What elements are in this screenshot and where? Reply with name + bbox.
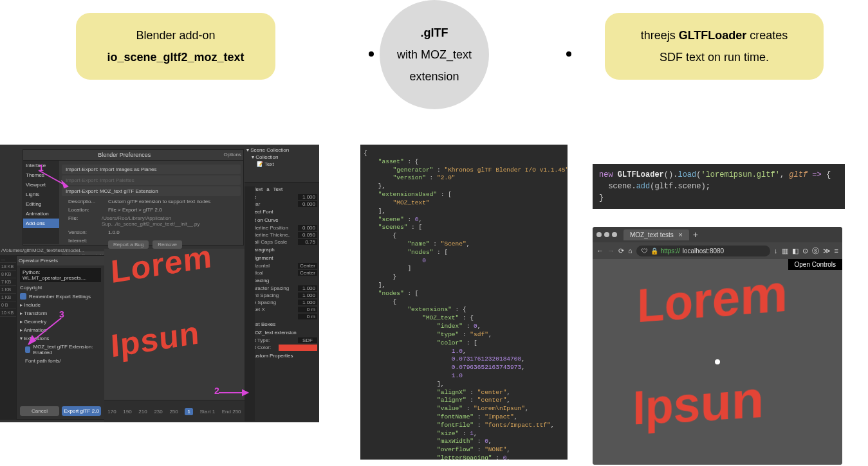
threejs-code: new GLTFLoader().load('loremipsun.gltf',… (593, 164, 845, 209)
cancel-button[interactable]: Cancel (20, 406, 59, 416)
browser-address-bar: ← → ⟳ ⌂ 🛡 🔒 https://localhost:8080 ↓ ▥ ◧… (593, 242, 842, 259)
prefs-tab-editing[interactable]: Editing (23, 199, 59, 209)
new-tab-icon[interactable]: + (693, 229, 698, 240)
svg-marker-5 (243, 390, 248, 395)
tab-title: MOZ_text tests (630, 231, 674, 238)
threejs-badge-line2: SDF text on run time. (623, 46, 806, 68)
browser-window: MOZ_text tests × + ← → ⟳ ⌂ 🛡 🔒 https://l… (593, 227, 842, 465)
viewport-ipsun: Ipsun (110, 314, 201, 364)
report-bug-button[interactable]: Report a Bug (108, 240, 149, 249)
prefs-tab-lights[interactable]: Lights (23, 190, 59, 199)
svg-marker-3 (29, 336, 35, 344)
blender-badge: Blender add-on io_scene_gltf2_moz_text (76, 13, 275, 80)
export-gltf-button[interactable]: Export glTF 2.0 (62, 406, 101, 416)
options-label: Options (223, 152, 241, 157)
prefs-tab-addons[interactable]: Add-ons (23, 219, 59, 228)
gltf-badge-line1: .glTF (421, 22, 448, 44)
browser-tab[interactable]: MOZ_text tests × (623, 229, 689, 240)
properties-tab-icons[interactable] (245, 186, 255, 421)
blender-preferences-window: Blender Preferences Options Interface Th… (23, 149, 244, 246)
text-color-swatch[interactable] (279, 345, 317, 351)
browser-viewport[interactable]: Open Controls Lorem Ipsun (593, 259, 842, 465)
remember-export-check[interactable]: Remember Export Settings (20, 292, 101, 301)
menu-icon[interactable]: ≫ (823, 247, 831, 255)
python-preset-field[interactable]: Python: WL.MT_operator_presets.... (20, 268, 101, 282)
gltf-badge-line2: with MOZ_text (397, 44, 472, 66)
open-controls-button[interactable]: Open Controls (788, 259, 842, 270)
center-indicator-icon (715, 359, 720, 364)
prefs-title: Blender Preferences (98, 152, 151, 158)
account-icon[interactable]: ⊙ (802, 247, 808, 255)
gltf-badge: .glTF with MOZ_text extension (380, 0, 489, 109)
library-icon[interactable]: ▥ (782, 247, 788, 255)
render-ipsun: Ipsun (633, 368, 764, 436)
addon-item-moz-text[interactable]: Import-Export: MOZ_text glTF Extension (62, 186, 241, 196)
home-icon[interactable]: ⌂ (628, 247, 633, 255)
export-header: Operator Presets (17, 256, 104, 265)
traffic-lights-icon[interactable] (596, 232, 617, 237)
threejs-badge: threejs GLTFLoader creates SDF text on r… (605, 13, 824, 80)
top-badges-row: Blender add-on io_scene_gltf2_moz_text .… (0, 0, 868, 106)
url-input[interactable]: 🛡 🔒 https://localhost:8080 (636, 246, 770, 256)
prefs-tab-animation[interactable]: Animation (23, 209, 59, 219)
arrow-dot-2 (566, 51, 571, 57)
addon-item-images[interactable]: Import-Export: Import Images as Planes (62, 165, 241, 174)
reload-icon[interactable]: ⟳ (618, 247, 624, 255)
gltf-badge-line3: extension (409, 66, 459, 87)
addon-item-palettes[interactable]: Import-Export: Import Palettes (62, 175, 241, 185)
timeline[interactable]: 170 190 210 230 250 1 Start 1 End 250 (104, 400, 245, 422)
hamburger-icon[interactable]: ≡ (835, 247, 838, 255)
gltf-json-code: { "asset" : { "generator" : "Khronos glT… (360, 145, 568, 460)
filebrowser-path: /Volumes/gltf/MOZ_text/test/model... (0, 246, 86, 255)
forward-icon: → (607, 247, 614, 255)
blender-badge-line2: io_scene_gltf2_moz_text (94, 46, 257, 68)
threejs-panel: new GLTFLoader().load('loremipsun.gltf',… (593, 164, 845, 465)
svg-marker-1 (62, 182, 68, 188)
browser-tab-bar: MOZ_text tests × + (593, 227, 842, 242)
pocket-icon[interactable]: ⓢ (812, 246, 819, 256)
filebrowser-sizes: ... 18 KB 8 KB 7 KB 1 KB 1 KB 0 B 10 KB (0, 255, 16, 420)
back-icon[interactable]: ← (596, 247, 604, 255)
arrow-dot-1 (369, 51, 374, 57)
shield-icon: 🛡 (642, 247, 648, 255)
lock-icon: 🔒 (651, 247, 658, 255)
close-tab-icon[interactable]: × (679, 231, 683, 238)
properties-panel: ▾ Scene Collection ▾ Collection 📝 Text a… (245, 145, 319, 422)
sidebar-icon[interactable]: ◧ (792, 247, 799, 255)
downloads-icon[interactable]: ↓ (774, 247, 778, 255)
outliner: ▾ Scene Collection ▾ Collection 📝 Text (245, 145, 319, 183)
blender-screenshot: Blender Preferences Options Interface Th… (0, 145, 319, 422)
blender-badge-line1: Blender add-on (94, 24, 257, 46)
prefs-main: Import-Export: Import Images as Planes I… (59, 161, 243, 244)
threejs-badge-line1: threejs GLTFLoader creates (623, 24, 806, 46)
render-lorem: Lorem (637, 262, 788, 334)
